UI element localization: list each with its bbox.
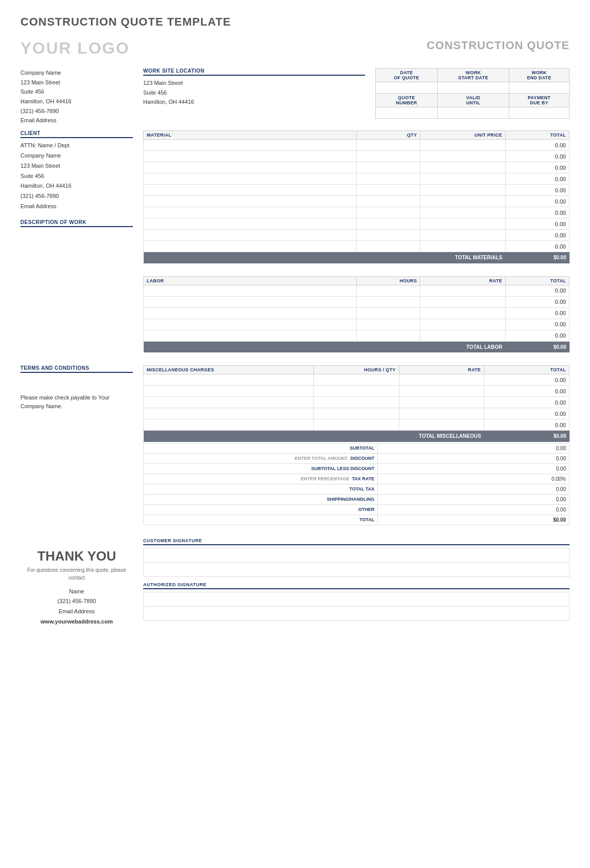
work-start-date-value[interactable] — [438, 82, 509, 94]
labor-cell[interactable] — [144, 330, 357, 341]
labor-cell[interactable] — [144, 285, 357, 296]
misc-cell[interactable] — [144, 419, 314, 431]
labor-row[interactable]: 0.00 — [144, 319, 570, 330]
payment-due-by-value[interactable] — [509, 107, 570, 119]
material-cell[interactable] — [144, 185, 357, 196]
rate-cell[interactable] — [420, 307, 506, 319]
customer-sig-line2[interactable] — [144, 562, 570, 576]
unit-price-cell[interactable] — [420, 140, 506, 151]
hours-cell[interactable] — [356, 319, 420, 330]
qty-cell[interactable] — [356, 151, 420, 162]
misc-rate-cell[interactable] — [399, 419, 484, 431]
material-cell[interactable] — [144, 162, 357, 173]
unit-price-cell[interactable] — [420, 241, 506, 252]
labor-cell[interactable] — [144, 319, 357, 330]
customer-sig-line1[interactable] — [144, 548, 570, 562]
material-row[interactable]: 0.00 — [144, 173, 570, 185]
qty-cell[interactable] — [356, 140, 420, 151]
material-row[interactable]: 0.00 — [144, 230, 570, 241]
misc-row[interactable]: 0.00 — [144, 408, 570, 419]
labor-row[interactable]: 0.00 — [144, 330, 570, 341]
qty-cell[interactable] — [356, 241, 420, 252]
misc-rate-cell[interactable] — [399, 374, 484, 386]
qty-cell[interactable] — [356, 196, 420, 207]
misc-cell[interactable] — [144, 408, 314, 419]
hours-qty-cell[interactable] — [314, 386, 399, 397]
labor-row[interactable]: 0.00 — [144, 296, 570, 307]
material-row[interactable]: 0.00 — [144, 162, 570, 173]
misc-cell[interactable] — [144, 397, 314, 408]
total-misc-value: $0.00 — [484, 431, 570, 442]
valid-until-value[interactable] — [438, 107, 509, 119]
unit-price-header: Unit Price — [420, 131, 506, 140]
labor-row[interactable]: 0.00 — [144, 285, 570, 296]
labor-total-cell: 0.00 — [506, 330, 570, 341]
material-cell[interactable] — [144, 140, 357, 151]
qty-cell[interactable] — [356, 173, 420, 185]
hours-qty-cell[interactable] — [314, 374, 399, 386]
date-of-quote-value[interactable] — [376, 82, 438, 94]
hours-cell[interactable] — [356, 296, 420, 307]
misc-rate-cell[interactable] — [399, 386, 484, 397]
hours-qty-cell[interactable] — [314, 408, 399, 419]
unit-price-cell[interactable] — [420, 230, 506, 241]
material-row[interactable]: 0.00 — [144, 151, 570, 162]
material-cell[interactable] — [144, 218, 357, 230]
misc-total-cell: 0.00 — [484, 374, 570, 386]
material-row[interactable]: 0.00 — [144, 140, 570, 151]
unit-price-cell[interactable] — [420, 162, 506, 173]
material-cell[interactable] — [144, 173, 357, 185]
material-cell[interactable] — [144, 151, 357, 162]
hours-qty-cell[interactable] — [314, 397, 399, 408]
misc-cell[interactable] — [144, 386, 314, 397]
material-row[interactable]: 0.00 — [144, 207, 570, 218]
material-cell[interactable] — [144, 196, 357, 207]
unit-price-cell[interactable] — [420, 151, 506, 162]
misc-row[interactable]: 0.00 — [144, 397, 570, 408]
misc-rate-cell[interactable] — [399, 408, 484, 419]
misc-row[interactable]: 0.00 — [144, 419, 570, 431]
unit-price-cell[interactable] — [420, 196, 506, 207]
unit-price-cell[interactable] — [420, 185, 506, 196]
total-tax-label: Total Tax — [144, 484, 378, 494]
unit-price-cell[interactable] — [420, 218, 506, 230]
misc-row[interactable]: 0.00 — [144, 386, 570, 397]
quote-number-value[interactable] — [376, 107, 438, 119]
labor-cell[interactable] — [144, 307, 357, 319]
misc-row[interactable]: 0.00 — [144, 374, 570, 386]
hours-qty-cell[interactable] — [314, 419, 399, 431]
work-end-date-value[interactable] — [509, 82, 570, 94]
labor-cell[interactable] — [144, 296, 357, 307]
material-cell[interactable] — [144, 230, 357, 241]
material-row[interactable]: 0.00 — [144, 196, 570, 207]
qty-cell[interactable] — [356, 230, 420, 241]
total-final-label: Total — [144, 515, 378, 525]
authorized-sig-line1[interactable] — [144, 592, 570, 606]
hours-cell[interactable] — [356, 307, 420, 319]
misc-rate-cell[interactable] — [399, 397, 484, 408]
material-cell[interactable] — [144, 207, 357, 218]
qty-cell[interactable] — [356, 185, 420, 196]
rate-cell[interactable] — [420, 285, 506, 296]
hours-cell[interactable] — [356, 330, 420, 341]
rate-cell[interactable] — [420, 296, 506, 307]
unit-price-cell[interactable] — [420, 207, 506, 218]
authorized-sig-line2[interactable] — [144, 606, 570, 620]
material-row[interactable]: 0.00 — [144, 241, 570, 252]
qty-cell[interactable] — [356, 207, 420, 218]
date-of-quote-header: DATEOF QUOTE — [376, 69, 438, 82]
qty-cell[interactable] — [356, 162, 420, 173]
labor-row[interactable]: 0.00 — [144, 307, 570, 319]
material-row[interactable]: 0.00 — [144, 218, 570, 230]
material-cell[interactable] — [144, 241, 357, 252]
hours-cell[interactable] — [356, 285, 420, 296]
rate-cell[interactable] — [420, 330, 506, 341]
total-materials-label: Total Materials — [144, 252, 506, 263]
shipping-label: Shipping/Handling — [144, 494, 378, 504]
misc-cell[interactable] — [144, 374, 314, 386]
rate-cell[interactable] — [420, 319, 506, 330]
shipping-value: 0.00 — [378, 494, 570, 504]
material-row[interactable]: 0.00 — [144, 185, 570, 196]
unit-price-cell[interactable] — [420, 173, 506, 185]
qty-cell[interactable] — [356, 218, 420, 230]
